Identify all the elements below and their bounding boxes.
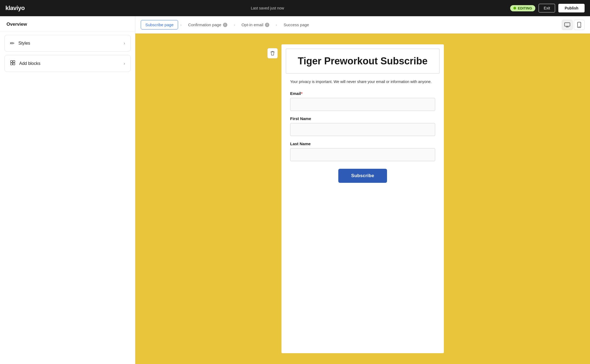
add-blocks-icon: [10, 60, 15, 67]
tab-success-page[interactable]: Success page: [279, 20, 313, 29]
svg-rect-2: [11, 63, 12, 65]
app-header: klaviyo Last saved just now EDITING Exit…: [0, 0, 590, 16]
add-blocks-label: Add blocks: [19, 61, 40, 66]
editing-badge: EDITING: [510, 5, 535, 11]
first-name-field-group: First Name: [290, 116, 435, 136]
confirmation-info-icon: i: [223, 23, 227, 27]
form-title: Tiger Preworkout Subscribe: [298, 55, 427, 67]
mobile-view-toggle[interactable]: [574, 20, 585, 30]
tab-optin-label: Opt-in email: [241, 22, 263, 27]
canvas: Tiger Preworkout Subscribe Your privacy …: [135, 34, 590, 364]
add-blocks-chevron-icon: ›: [124, 61, 125, 66]
tab-confirmation-label: Confirmation page: [188, 22, 221, 27]
save-status: Last saved just now: [251, 6, 284, 10]
optin-info-icon: i: [265, 23, 269, 27]
tab-success-label: Success page: [284, 22, 309, 27]
subscribe-button[interactable]: Subscribe: [338, 169, 387, 183]
tab-subscribe-label: Subscribe page: [145, 22, 173, 27]
arrow-2: ›: [234, 23, 235, 27]
styles-chevron-icon: ›: [124, 41, 125, 46]
sidebar-item-add-blocks[interactable]: Add blocks ›: [4, 55, 131, 72]
editing-dot: [513, 7, 516, 9]
editing-label: EDITING: [518, 6, 532, 10]
last-name-input[interactable]: [290, 148, 435, 161]
arrow-3: ›: [276, 23, 277, 27]
sidebar-item-styles[interactable]: ✏ Styles ›: [4, 35, 131, 52]
main-layout: Overview ✏ Styles › Add blocks: [0, 16, 590, 364]
sidebar-overview-label: Overview: [0, 16, 135, 32]
first-name-label: First Name: [290, 116, 435, 121]
svg-rect-0: [11, 61, 12, 62]
exit-button[interactable]: Exit: [539, 4, 555, 12]
logo-text: klaviyo: [5, 5, 25, 12]
svg-rect-4: [565, 23, 570, 26]
sidebar: Overview ✏ Styles › Add blocks: [0, 16, 135, 364]
styles-label: Styles: [18, 41, 30, 46]
form-card: Tiger Preworkout Subscribe Your privacy …: [281, 44, 444, 353]
content-area: Subscribe page › Confirmation page i › O…: [135, 16, 590, 364]
tab-subscribe-page[interactable]: Subscribe page: [141, 20, 178, 29]
privacy-text: Your privacy is important. We will never…: [290, 79, 435, 85]
view-toggles: [562, 20, 585, 30]
logo: klaviyo: [5, 5, 25, 12]
tab-bar: Subscribe page › Confirmation page i › O…: [135, 16, 590, 34]
arrow-1: ›: [180, 23, 182, 27]
email-field-group: Email*: [290, 91, 435, 111]
last-name-label: Last Name: [290, 141, 435, 146]
styles-icon: ✏: [10, 40, 15, 47]
svg-rect-3: [13, 63, 15, 65]
header-actions: EDITING Exit Publish: [510, 4, 585, 12]
form-title-block[interactable]: Tiger Preworkout Subscribe: [286, 49, 440, 74]
form-body: Your privacy is important. We will never…: [281, 74, 444, 191]
email-label: Email*: [290, 91, 435, 96]
publish-button[interactable]: Publish: [558, 4, 585, 12]
svg-rect-1: [13, 61, 15, 62]
email-required-marker: *: [301, 91, 303, 96]
email-input[interactable]: [290, 98, 435, 111]
first-name-input[interactable]: [290, 123, 435, 136]
desktop-view-toggle[interactable]: [562, 20, 573, 30]
delete-block-button[interactable]: [267, 48, 278, 58]
last-name-field-group: Last Name: [290, 141, 435, 161]
tab-confirmation-page[interactable]: Confirmation page i: [184, 20, 232, 29]
tab-optin-email[interactable]: Opt-in email i: [237, 20, 274, 29]
